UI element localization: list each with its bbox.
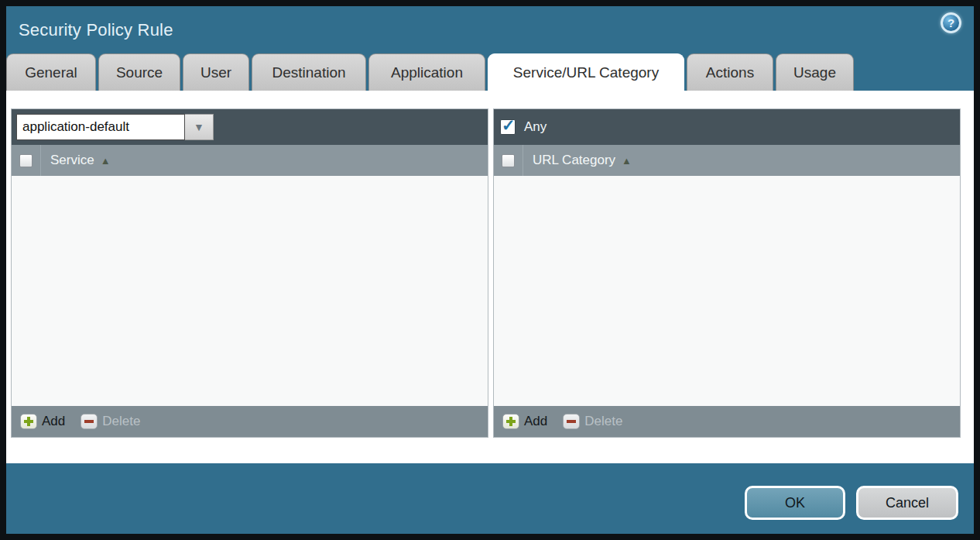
url-category-select-all-checkbox[interactable] xyxy=(502,154,515,167)
service-type-dropdown[interactable]: application-default ▼ xyxy=(16,114,214,140)
dialog-action-bar: OK Cancel xyxy=(6,463,974,534)
cancel-button[interactable]: Cancel xyxy=(856,486,958,520)
service-select-all-cell xyxy=(12,145,41,176)
url-category-footer: Add Delete xyxy=(494,406,960,437)
panels-row: application-default ▼ Service ▲ xyxy=(11,108,974,438)
tab-application[interactable]: Application xyxy=(368,53,485,91)
delete-button-label: Delete xyxy=(102,414,140,429)
add-button-label: Add xyxy=(42,414,65,429)
url-category-panel: ✓ Any URL Category ▲ Add xyxy=(493,108,961,438)
url-category-column-label[interactable]: URL Category xyxy=(533,153,615,168)
service-column-label[interactable]: Service xyxy=(50,153,94,168)
any-label[interactable]: Any xyxy=(524,119,547,135)
service-list[interactable] xyxy=(12,176,488,406)
service-add-button[interactable]: Add xyxy=(20,414,65,429)
tab-content: application-default ▼ Service ▲ xyxy=(6,91,974,463)
url-category-add-button[interactable]: Add xyxy=(502,414,547,429)
add-icon xyxy=(20,414,37,429)
tab-destination[interactable]: Destination xyxy=(252,53,366,91)
ok-button[interactable]: OK xyxy=(745,486,845,520)
tab-label: Application xyxy=(391,64,463,81)
url-category-select-all-cell xyxy=(494,145,523,176)
service-toolbar: application-default ▼ xyxy=(12,109,488,145)
dialog-title: Security Policy Rule xyxy=(19,20,173,40)
tab-bar: General Source User Destination Applicat… xyxy=(6,53,974,91)
checkmark-icon: ✓ xyxy=(502,117,516,133)
help-icon[interactable]: ? xyxy=(941,12,961,33)
tab-actions[interactable]: Actions xyxy=(687,53,773,91)
service-column-header: Service ▲ xyxy=(12,145,488,176)
tab-label: Actions xyxy=(706,64,754,81)
url-category-column-header: URL Category ▲ xyxy=(494,145,960,176)
add-icon xyxy=(502,414,519,429)
add-button-label: Add xyxy=(524,414,547,429)
sort-ascending-icon[interactable]: ▲ xyxy=(622,155,632,167)
security-policy-rule-dialog: Security Policy Rule ? General Source Us… xyxy=(0,0,980,540)
tab-user[interactable]: User xyxy=(183,53,249,91)
service-delete-button[interactable]: Delete xyxy=(81,414,140,429)
service-select-all-checkbox[interactable] xyxy=(19,154,33,167)
title-bar: Security Policy Rule ? xyxy=(6,6,974,53)
service-panel: application-default ▼ Service ▲ xyxy=(11,108,488,438)
any-checkbox[interactable]: ✓ xyxy=(500,119,516,135)
url-category-toolbar: ✓ Any xyxy=(494,109,960,145)
delete-icon xyxy=(563,414,580,429)
delete-icon xyxy=(81,414,98,429)
tab-general[interactable]: General xyxy=(6,53,96,91)
tab-usage[interactable]: Usage xyxy=(776,53,854,91)
tab-label: Usage xyxy=(793,64,836,81)
tab-label: Source xyxy=(116,64,163,81)
dropdown-arrow-button[interactable]: ▼ xyxy=(185,114,214,140)
tab-label: General xyxy=(25,64,77,81)
url-category-list[interactable] xyxy=(494,176,960,406)
tab-source[interactable]: Source xyxy=(98,53,180,91)
tab-label: User xyxy=(200,64,231,81)
service-footer: Add Delete xyxy=(12,406,488,437)
url-category-delete-button[interactable]: Delete xyxy=(563,414,622,429)
chevron-down-icon: ▼ xyxy=(194,121,204,133)
tab-service-url-category[interactable]: Service/URL Category xyxy=(488,53,684,91)
sort-ascending-icon[interactable]: ▲ xyxy=(101,155,111,167)
help-icon-glyph: ? xyxy=(947,16,954,29)
tab-label: Destination xyxy=(272,64,345,81)
delete-button-label: Delete xyxy=(584,414,622,429)
service-type-value[interactable]: application-default xyxy=(16,114,185,140)
tab-label: Service/URL Category xyxy=(513,64,659,81)
